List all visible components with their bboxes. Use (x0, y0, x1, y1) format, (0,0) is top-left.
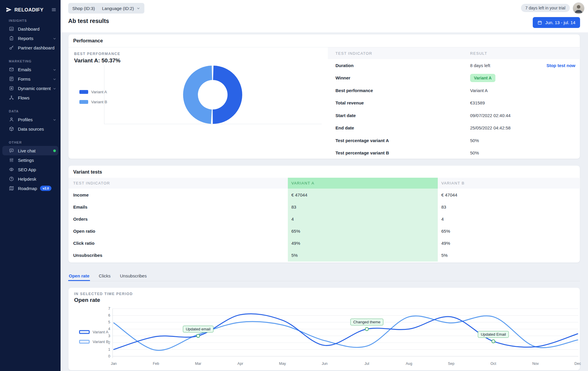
row-label: Winner (335, 75, 350, 80)
svg-text:Apr: Apr (238, 362, 243, 366)
svg-text:Mar: Mar (195, 362, 201, 366)
svg-text:3: 3 (108, 334, 110, 338)
line-chart: 01234567JanFebMarAprMayJunJulAugSepOctNo… (103, 305, 582, 371)
menu-icon[interactable] (51, 7, 56, 12)
chart-subtitle: IN SELECTED TIME PERIOD (74, 292, 133, 296)
sidebar-item-label: Dynamic content (18, 86, 51, 91)
tab-clicks[interactable]: Clicks (98, 270, 111, 281)
row-label: Duration (335, 63, 354, 68)
emails-icon (9, 67, 14, 72)
sidebar-item-dynamic-content[interactable]: Dynamic content (0, 84, 61, 93)
performance-card-title: Performance (69, 34, 580, 47)
svg-text:5: 5 (108, 320, 110, 324)
chart-annotation: Updated email (183, 326, 213, 332)
chevron-down-icon (53, 77, 56, 81)
date-range-label: Jun. 13 - jul. 14 (545, 20, 575, 25)
variant-tests-card: Variant tests TEST INDICATOR VARIANT A V… (68, 165, 580, 263)
table-row: Start date09/07/2022 02:40:44 (328, 109, 580, 122)
svg-text:Nov: Nov (532, 362, 539, 366)
nav-section: INSIGHTSDashboardReportsPartner dashboar… (0, 19, 61, 52)
sidebar-item-profiles[interactable]: Profiles (0, 115, 61, 124)
sidebar-item-settings[interactable]: Settings (0, 155, 61, 165)
variant-a-value: 65% (291, 228, 300, 233)
nav-section-label: INSIGHTS (9, 19, 56, 22)
language-selector[interactable]: Language (ID:2) (98, 3, 144, 14)
svg-text:May: May (279, 362, 286, 366)
stop-test-link[interactable]: Stop test now (547, 63, 575, 68)
sidebar-item-live-chat[interactable]: Live chat (2, 146, 58, 155)
tab-open-rate[interactable]: Open rate (68, 270, 90, 281)
sidebar-item-label: Partner dashboard (18, 45, 54, 50)
variant-tests-title: Variant tests (69, 166, 580, 179)
table-row: Test percentage variant A50% (328, 134, 580, 147)
col-variant-b: VARIANT B (441, 178, 465, 189)
top-bar: Shop (ID:3) Language (ID:2) 7 days left … (0, 0, 588, 32)
nav-section-label: OTHER (9, 141, 56, 144)
row-value: 50% (470, 150, 479, 155)
variant-b-value: € 47044 (441, 192, 457, 197)
row-value: €31589 (470, 100, 485, 105)
page-title: Ab test results (68, 18, 109, 24)
table-row: Income€ 47044€ 47044 (69, 189, 580, 201)
svg-text:Jan: Jan (111, 362, 117, 366)
col-variant-a: VARIANT A (291, 178, 314, 189)
live-chat-icon (9, 148, 14, 153)
tab-unsubscribes[interactable]: Unsubscribes (119, 270, 147, 281)
seo-icon (9, 167, 14, 172)
dynamic-content-icon (9, 86, 14, 91)
svg-text:Jun: Jun (322, 362, 328, 366)
nav-section-label: MARKETING (9, 59, 56, 63)
logo: RELOADIFY (0, 0, 61, 14)
sidebar-item-label: Dashboard (18, 26, 39, 31)
sidebar-item-flows[interactable]: Flows (0, 93, 61, 102)
sidebar-item-label: Reports (18, 36, 34, 41)
table-row: WinnerVariant A (328, 72, 580, 84)
sidebar-item-emails[interactable]: Emails (0, 65, 61, 74)
chart-annotation: Changed theme (350, 319, 383, 325)
sidebar-item-label: Helpdesk (18, 177, 36, 182)
svg-text:Oct: Oct (490, 362, 496, 366)
sidebar-item-forms[interactable]: Forms (0, 74, 61, 84)
sidebar-item-roadmap[interactable]: Roadmapv2.0 (0, 184, 61, 193)
svg-text:0: 0 (108, 354, 110, 358)
row-label: Click ratio (73, 240, 95, 245)
sidebar-item-helpdesk[interactable]: Helpdesk (0, 174, 61, 184)
sidebar-item-label: SEO App (18, 167, 36, 172)
performance-card: Performance BEST PERFORMANCE Variant A: … (68, 34, 580, 159)
table-row: Orders44 (69, 213, 580, 225)
col-result: RESULT (470, 51, 487, 56)
table-row: Total revenue€31589 (328, 97, 580, 109)
sidebar-item-partner-dashboard[interactable]: Partner dashboard (0, 43, 61, 52)
variant-b-value: 49% (441, 240, 450, 245)
table-row: Unsubscribes5%5% (69, 249, 580, 261)
best-performance-label: BEST PERFORMANCE (74, 52, 120, 56)
row-value: 8 days left (470, 63, 490, 68)
sidebar-item-label: Emails (18, 67, 31, 72)
sidebar-item-data-sources[interactable]: Data sources (0, 124, 61, 134)
col-test-indicator: TEST INDICATOR (335, 51, 372, 56)
row-label: End date (335, 125, 354, 130)
variant-b-value: 83 (441, 204, 446, 209)
nav-section: MARKETINGEmailsFormsDynamic contentFlows (0, 59, 61, 102)
sidebar-item-label: Forms (18, 76, 31, 81)
row-label: Orders (73, 216, 88, 221)
sidebar-item-dashboard[interactable]: Dashboard (0, 24, 61, 34)
winner-badge: Variant A (470, 75, 495, 80)
row-label: Test percentage variant A (335, 138, 389, 143)
row-label: Income (73, 192, 89, 197)
nav-section: OTHERLive chatSettingsSEO AppHelpdeskRoa… (0, 141, 61, 193)
nav-section-label: DATA (9, 109, 56, 113)
flows-icon (9, 95, 14, 100)
row-label: Emails (73, 204, 87, 209)
user-avatar[interactable] (573, 2, 584, 14)
sidebar-item-label: Flows (18, 95, 29, 100)
legend-label: Variant A (91, 90, 107, 94)
row-value: Variant A (470, 88, 488, 93)
sidebar-item-reports[interactable]: Reports (0, 34, 61, 43)
date-range-button[interactable]: Jun. 13 - jul. 14 (533, 17, 580, 28)
sidebar-item-seo-app[interactable]: SEO App (0, 165, 61, 174)
donut-plot-left-axis (104, 65, 104, 124)
calendar-icon (537, 20, 542, 25)
row-value: 25/05/2022 04:42:58 (470, 125, 511, 130)
row-label: Total revenue (335, 100, 364, 105)
